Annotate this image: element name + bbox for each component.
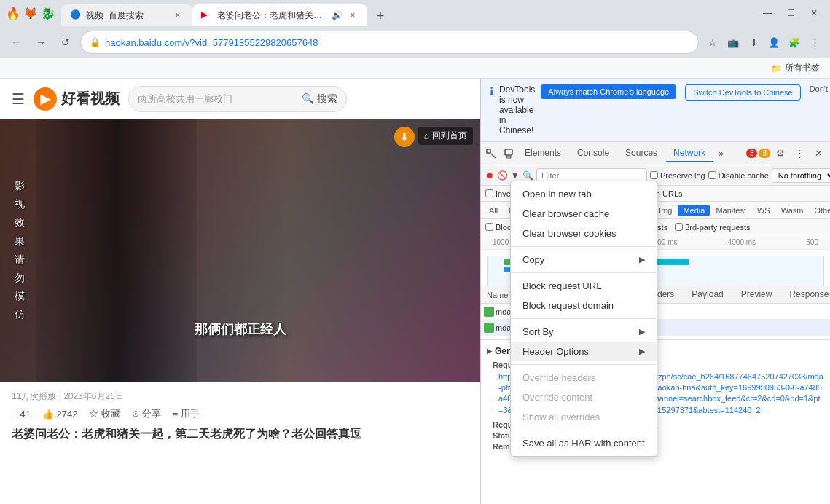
cm-block-url[interactable]: Block request URL bbox=[511, 276, 657, 296]
info-icon: ℹ bbox=[490, 85, 493, 97]
cm-clear-cookies[interactable]: Clear browser cookies bbox=[511, 224, 657, 243]
more-tabs-button[interactable]: » bbox=[714, 146, 728, 162]
like-action[interactable]: 👍 2742 bbox=[42, 407, 78, 420]
download-button[interactable]: ⬇ bbox=[744, 33, 763, 52]
tab-console[interactable]: Console bbox=[570, 145, 616, 162]
search-bar[interactable]: 两所高校共用一廊校门 🔍 搜索 bbox=[128, 86, 347, 112]
cm-override-headers: Override headers bbox=[511, 368, 657, 387]
switch-chinese-button[interactable]: Switch DevTools to Chinese bbox=[685, 84, 800, 101]
back-button[interactable]: ← bbox=[6, 32, 26, 52]
tab-favicon-2: ▶ bbox=[201, 9, 213, 21]
dont-show-button[interactable]: Don't show again bbox=[810, 84, 830, 93]
cm-separator-3 bbox=[511, 318, 657, 319]
cm-save-har[interactable]: Save all as HAR with content bbox=[511, 433, 657, 453]
disable-cache-checkbox[interactable]: Disable cache bbox=[708, 171, 769, 180]
close-devtools-button[interactable]: ✕ bbox=[810, 145, 827, 162]
cm-copy[interactable]: Copy ▶ bbox=[511, 250, 657, 269]
logo-text: 好看视频 bbox=[61, 89, 120, 109]
clear-button[interactable]: 🚫 bbox=[497, 168, 508, 183]
cast-button[interactable]: 📺 bbox=[724, 33, 743, 52]
tab-close-2[interactable]: × bbox=[347, 9, 359, 21]
logo-icon: ▶ bbox=[34, 87, 57, 111]
bookmarks-folder[interactable]: 📁 所有书签 bbox=[767, 60, 824, 76]
detail-tab-response[interactable]: Response bbox=[780, 286, 830, 304]
search-button[interactable]: 🔍 搜索 bbox=[302, 92, 337, 106]
detail-tab-payload[interactable]: Payload bbox=[683, 286, 732, 304]
new-tab-button[interactable]: + bbox=[370, 6, 391, 26]
cm-header-options[interactable]: Header Options ▶ bbox=[511, 342, 657, 361]
match-language-button[interactable]: Always match Chrome's language bbox=[541, 84, 676, 99]
star-button[interactable]: ☆ bbox=[703, 33, 722, 52]
throttling-select[interactable]: No throttling bbox=[772, 168, 830, 183]
cm-separator-1 bbox=[511, 246, 657, 247]
inspect-element-button[interactable] bbox=[484, 146, 498, 161]
cm-separator-2 bbox=[511, 272, 657, 273]
tab-sources[interactable]: Sources bbox=[618, 145, 665, 162]
video-home-btn[interactable]: ⌂ 回到首页 bbox=[418, 127, 473, 145]
webpage: ☰ ▶ 好看视频 两所高校共用一廊校门 🔍 搜索 bbox=[0, 79, 480, 504]
video-title: 老婆问老公：老虎和猪关一起，第二天老虎死了为啥？老公回答真逗 bbox=[0, 426, 480, 451]
video-subtitle: 那俩们都正经人 bbox=[195, 320, 286, 338]
filter-other[interactable]: Other bbox=[809, 205, 830, 216]
hamburger-menu[interactable]: ☰ bbox=[12, 90, 25, 108]
preserve-log-checkbox[interactable]: Preserve log bbox=[650, 171, 705, 180]
disable-cache-input[interactable] bbox=[708, 171, 716, 179]
context-menu: Open in new tab Clear browser cache Clea… bbox=[510, 181, 657, 457]
lock-icon: 🔒 bbox=[90, 37, 101, 47]
filter-media[interactable]: Media bbox=[678, 205, 710, 216]
third-party-checkbox[interactable]: 3rd-party requests bbox=[675, 223, 750, 232]
filter-manifest[interactable]: Manifest bbox=[710, 205, 751, 216]
preserve-log-input[interactable] bbox=[650, 171, 658, 179]
tab-video[interactable]: ▶ 老婆问老公：老虎和猪关一… 🔊 × bbox=[192, 4, 367, 26]
error-badge: 3 bbox=[746, 149, 758, 158]
browser-window: 🔥 🦊 🐉 🔵 视频_百度搜索 × ▶ 老婆问老公：老虎和猪关一… 🔊 × + … bbox=[0, 0, 830, 504]
cm-clear-cache[interactable]: Clear browser cache bbox=[511, 204, 657, 224]
cm-header-options-arrow: ▶ bbox=[639, 347, 645, 356]
device-mode-button[interactable] bbox=[501, 146, 516, 161]
video-overlay-text: 影视效果请勿模仿 bbox=[15, 177, 25, 324]
share-action[interactable]: ⊙ 分享 bbox=[132, 407, 161, 420]
profile-button[interactable]: 👤 bbox=[764, 33, 783, 52]
video-info: 11万次播放 | 2023年6月26日 □ 41 👍 2742 ☆ 收藏 ⊙ 分… bbox=[0, 382, 480, 426]
detail-tab-preview[interactable]: Preview bbox=[732, 286, 781, 304]
search-input[interactable]: 两所高校共用一廊校门 bbox=[138, 92, 296, 106]
filter-all[interactable]: All bbox=[484, 205, 503, 216]
menu-button[interactable]: ⋮ bbox=[805, 33, 824, 52]
cm-sort-by[interactable]: Sort By ▶ bbox=[511, 322, 657, 342]
cm-override-headers-label: Override headers bbox=[522, 372, 595, 383]
cm-block-domain[interactable]: Block request domain bbox=[511, 296, 657, 315]
comment-action[interactable]: □ 41 bbox=[12, 407, 31, 420]
cm-open-new-tab-label: Open in new tab bbox=[522, 189, 592, 200]
close-button[interactable]: ✕ bbox=[804, 3, 824, 23]
favorite-action[interactable]: ☆ 收藏 bbox=[89, 407, 120, 420]
maximize-button[interactable]: ☐ bbox=[780, 3, 801, 23]
tab-favicon-1: 🔵 bbox=[70, 9, 82, 21]
address-input[interactable]: 🔒 haokan.baidu.com/v?vid=577918552298206… bbox=[80, 31, 699, 54]
detail-tabs-header: Headers Payload Preview Response » bbox=[630, 286, 830, 304]
video-stats: 11万次播放 | 2023年6月26日 bbox=[12, 390, 469, 403]
cm-header-options-label: Header Options bbox=[522, 346, 589, 357]
filter-ws[interactable]: WS bbox=[752, 205, 775, 216]
tab-network[interactable]: Network bbox=[666, 145, 713, 162]
video-player[interactable]: 影视效果请勿模仿 那俩们都正经人 ⌂ 回到首页 ⬇ bbox=[0, 119, 480, 382]
cm-copy-arrow: ▶ bbox=[639, 255, 645, 264]
extensions-button[interactable]: 🧩 bbox=[785, 33, 804, 52]
tab-elements[interactable]: Elements bbox=[517, 145, 568, 162]
record-button[interactable]: ⏺ bbox=[485, 168, 494, 183]
filter-wasm[interactable]: Wasm bbox=[776, 205, 809, 216]
cm-save-har-label: Save all as HAR with content bbox=[522, 438, 645, 449]
bookmarks-label: 所有书签 bbox=[785, 62, 820, 74]
more-action[interactable]: ≡ 用手 bbox=[173, 407, 200, 420]
window-controls: — ☐ ✕ bbox=[757, 3, 824, 23]
home-icon: ⌂ bbox=[424, 131, 429, 141]
forward-button[interactable]: → bbox=[31, 32, 51, 52]
refresh-button[interactable]: ↺ bbox=[55, 32, 76, 52]
filter-img[interactable]: Img bbox=[654, 205, 677, 216]
minimize-button[interactable]: — bbox=[757, 3, 778, 23]
tab-close-1[interactable]: × bbox=[172, 9, 184, 21]
settings-button[interactable]: ⚙ bbox=[772, 145, 789, 162]
cm-open-new-tab[interactable]: Open in new tab bbox=[511, 184, 657, 204]
tab-search[interactable]: 🔵 视频_百度搜索 × bbox=[61, 4, 192, 26]
devtools-panel: ℹ DevTools is now available in Chinese! … bbox=[480, 79, 830, 504]
dock-button[interactable]: ⋮ bbox=[791, 145, 808, 162]
